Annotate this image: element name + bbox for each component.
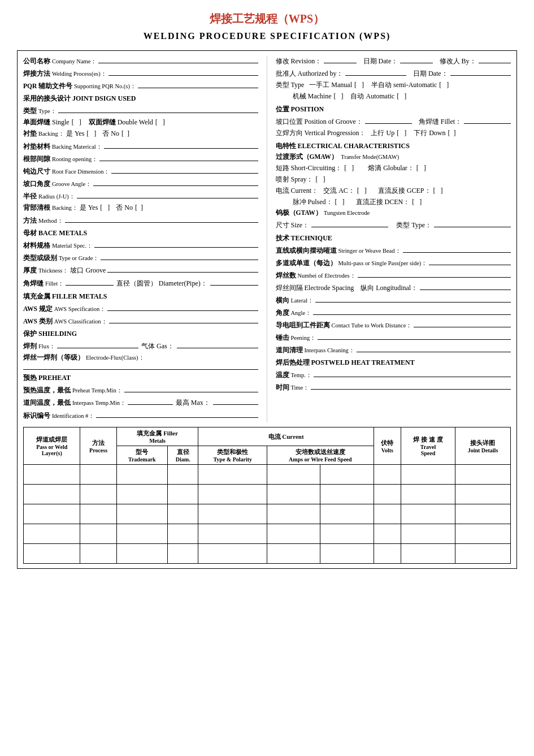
table-row [24, 504, 511, 524]
lateral-label: 横向 Lateral： [276, 296, 314, 305]
main-title: 焊接工艺规程（WPS） [17, 11, 517, 27]
radius-input[interactable] [77, 191, 258, 198]
spray-label: 喷射 Spray： [ ] [276, 175, 326, 184]
backing-material-input[interactable] [104, 141, 258, 149]
multipass-row: 多道或单道（每边） Multi-pass or Single Pass(per … [276, 257, 511, 267]
postweld-time-input[interactable] [311, 382, 511, 390]
revision-input[interactable] [324, 55, 356, 63]
groove-pos-input[interactable] [365, 116, 412, 124]
identification-input[interactable] [96, 410, 258, 418]
auth-date-input[interactable] [450, 68, 511, 76]
peening-input[interactable] [318, 332, 511, 340]
method-input[interactable] [65, 215, 258, 223]
flux-input[interactable] [57, 340, 138, 348]
machine-auto-row: 机械 Machine [ ] 自动 Automatic [ ] [293, 92, 511, 101]
max-input[interactable] [213, 397, 258, 405]
globular-label: 熔滴 Globular： [ ] [368, 163, 427, 173]
multipass-input[interactable] [429, 257, 511, 265]
fillet-input[interactable] [66, 278, 114, 286]
type-grade-input[interactable] [101, 252, 258, 260]
position-header: 位置 POSITION [276, 105, 511, 114]
fillet-diameter-row: 角焊缝 Fillet： 直径（圆管） Diameter(Pipe)： [23, 278, 258, 288]
gas-label: 气体 Gas： [141, 342, 174, 351]
back-gouging-row: 背部清根 Backing： 是 Yes [ ] 否 No [ ] [23, 203, 258, 213]
interpass-temp-row: 道间温度，最低 Interpass Temp.Min： 最高 Max： [23, 397, 258, 408]
fillet-pos-label: 角焊缝 Fillet： [419, 117, 462, 127]
type2-input[interactable] [434, 219, 511, 227]
short-circuit-row: 短路 Short-Circuiting： [ ] 熔滴 Globular： [ … [276, 163, 511, 173]
current-header: 电流 Current [198, 427, 374, 446]
angle-input[interactable] [313, 307, 511, 315]
aws-class-row: AWS 类别 AWS Classification： [23, 316, 258, 326]
aws-spec-label: AWS 规定 AWS Specification： [23, 305, 106, 313]
postweld-header: 焊后热处理 POSTWELD HEAT TREATMENT [276, 358, 511, 368]
ac-label: 交流 AC： [ ] [323, 186, 367, 196]
pqr-input[interactable] [138, 80, 258, 88]
groove-angle-input[interactable] [93, 178, 258, 186]
weld-type-row: 单面焊缝 Single [ ] 双面焊缝 Double Weld [ ] [23, 118, 258, 127]
pqr-row: PQR 辅助文件号 Supporting PQR No.(s)： [23, 80, 258, 90]
root-opening-input[interactable] [99, 153, 258, 161]
contact-tube-input[interactable] [414, 319, 511, 327]
aws-class-label: AWS 类别 AWS Classification： [23, 317, 107, 326]
material-spec-row: 材料规格 Material Spec.： [23, 240, 258, 250]
size-label: 尺寸 Size： [276, 221, 310, 230]
backing-yes: 是 Yes [ ] [66, 129, 97, 139]
root-face-label: 钝边尺寸 Root Face Dimension： [23, 167, 110, 176]
radius-row: 半径 Radius (J-U)： [23, 191, 258, 201]
material-spec-input[interactable] [94, 240, 258, 248]
contact-tube-label: 导电咀到工件距离 Contact Tube to Work Distance： [276, 321, 413, 330]
num-electrodes-input[interactable] [358, 270, 511, 278]
angle-label: 角度 Angle： [276, 309, 312, 317]
welding-process-input[interactable] [108, 68, 258, 76]
interpass-cleaning-input[interactable] [357, 344, 511, 352]
lateral-input[interactable] [315, 295, 511, 303]
authorized-input[interactable] [345, 68, 406, 76]
interpass-cleaning-row: 道间清理 Interpass Cleaning： [276, 344, 511, 355]
type-grade-label: 类型或级别 Type or Grade： [23, 254, 99, 262]
type-input[interactable] [58, 105, 258, 113]
preheat-temp-input[interactable] [124, 385, 258, 392]
num-electrodes-row: 焊丝数 Numbei of Electrodes： [276, 270, 511, 280]
contact-tube-row: 导电咀到工件距离 Contact Tube to Work Distance： [276, 319, 511, 330]
weld-table: 焊道或焊层 Pass or Weld Layer(s) 方法 Process 填… [23, 427, 511, 564]
welding-process-label: 焊接方法 Welding Process(es)： [23, 70, 107, 78]
postweld-temp-input[interactable] [314, 369, 511, 377]
auto-label: 自动 Automatic [ ] [350, 92, 407, 101]
col5-header: 安培数或送丝速度 Amps or Wire Feed Speed [267, 446, 374, 465]
sub-title: WELDING PROCEDURE SPECIFICATION (WPS) [17, 31, 517, 41]
size-input[interactable] [311, 219, 388, 227]
semi-auto-label: 半自动 semi-Automatic [ ] [371, 80, 449, 90]
by-input[interactable] [479, 55, 511, 63]
interpass-temp-input[interactable] [128, 397, 173, 405]
aws-spec-input[interactable] [107, 303, 258, 311]
date-input[interactable] [400, 55, 432, 63]
preheat-header: 预热 PREHEAT [23, 373, 258, 383]
postweld-time-label: 时间 Time： [276, 383, 310, 392]
groove-pos-row: 坡口位置 Position of Groove： 角焊缝 Fillet： [276, 116, 511, 127]
aws-class-input[interactable] [109, 316, 258, 323]
electrode-flux-input[interactable] [23, 362, 258, 370]
type-right-label: 类型 Type [276, 80, 305, 90]
company-name-row: 公司名称 Company Name： [23, 55, 258, 66]
fillet-pos-input[interactable] [464, 116, 511, 124]
root-face-input[interactable] [111, 166, 258, 174]
base-metals-header: 母材 BACE METALS [23, 228, 258, 238]
flux-gas-row: 焊剂 Flux： 气体 Gas： [23, 340, 258, 351]
lateral-row: 横向 Lateral： [276, 295, 511, 305]
electrode-spacing-row: 焊丝间隔 Electrode Spacing 纵向 Longitudinal： [276, 282, 511, 293]
aws-spec-row: AWS 规定 AWS Specification： [23, 303, 258, 313]
peening-row: 锤击 Peening： [276, 332, 511, 342]
thickness-groove-input[interactable] [107, 265, 258, 273]
gas-input[interactable] [177, 340, 258, 348]
stringer-input[interactable] [403, 245, 511, 253]
tungsten-label: 钨极（GTAW） Tungsten Electrode [276, 209, 370, 217]
groove-angle-label: 坡口角度 Groove Angle： [23, 180, 92, 188]
welding-process-row: 焊接方法 Welding Process(es)： [23, 68, 258, 78]
auth-date-label: 日期 Date： [413, 69, 448, 79]
flux-label: 焊剂 Flux： [23, 342, 55, 351]
pulsed-label: 脉冲 Pulsed： [ ] [293, 197, 345, 207]
company-name-input[interactable] [98, 55, 258, 63]
diameter-input[interactable] [210, 278, 258, 286]
longitudinal-input[interactable] [420, 282, 511, 290]
